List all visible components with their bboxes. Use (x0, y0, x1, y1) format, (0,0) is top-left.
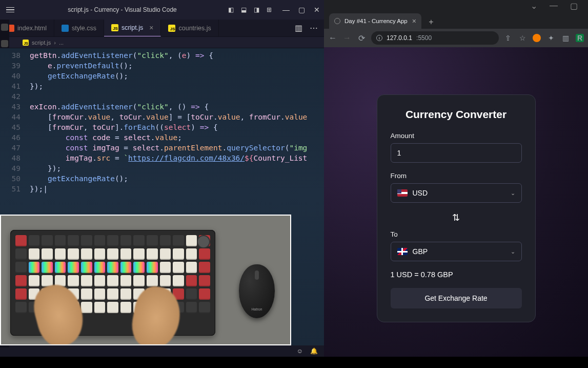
keyboard-key (94, 235, 106, 246)
layout-grid-icon[interactable]: ⊞ (267, 6, 272, 13)
code-line[interactable]: 50 getExchangeRate(); (9, 173, 324, 184)
chevron-right-icon: › (54, 40, 56, 46)
keyboard-key (120, 288, 132, 300)
panel-left-icon[interactable]: ◧ (228, 6, 234, 13)
tab-countries-js[interactable]: JS countries.js (161, 20, 218, 36)
code-line[interactable]: 40 getExchangeRate(); (9, 71, 324, 81)
code-content[interactable]: getBtn.addEventListener("click", (e) => … (30, 50, 213, 61)
panel-right-icon[interactable]: ◨ (254, 6, 259, 13)
keyboard-key (173, 275, 184, 286)
explorer-icon[interactable] (1, 24, 8, 31)
browser-tab-strip: Day #41 - Currency App × + (324, 11, 588, 29)
code-content[interactable]: e.preventDefault(); (30, 61, 133, 71)
amount-label: Amount (391, 132, 522, 140)
code-content[interactable]: const code = select.value; (30, 132, 182, 143)
code-line[interactable]: 45 [fromCur, toCur].forEach((select) => … (9, 122, 324, 132)
keyboard-key (107, 262, 118, 273)
keyboard-key (160, 235, 171, 246)
mouse: Hatron (239, 264, 275, 318)
from-select[interactable]: USD ⌄ (391, 183, 522, 203)
code-line[interactable]: 48 imgTag.src = `https://flagcdn.com/48x… (9, 153, 324, 163)
keyboard-key (55, 262, 66, 273)
window-maximize-icon[interactable]: ▢ (570, 1, 578, 11)
code-content[interactable]: imgTag.src = `https://flagcdn.com/48x36/… (30, 153, 307, 163)
code-line[interactable]: 46 const code = select.value; (9, 132, 324, 143)
share-icon[interactable]: ⇪ (504, 34, 512, 42)
code-line[interactable]: 47 const imgTag = select.parentElement.q… (9, 143, 324, 153)
minimize-icon[interactable]: — (283, 7, 289, 13)
to-select[interactable]: GBP ⌄ (391, 242, 522, 261)
code-content[interactable]: [fromCur.value, toCur.value] = [toCur.va… (30, 112, 307, 122)
feedback-icon[interactable]: ☺ (297, 347, 303, 355)
search-icon[interactable] (1, 40, 8, 47)
code-content[interactable]: getExchangeRate(); (30, 71, 128, 81)
menu-icon[interactable] (6, 5, 16, 15)
panel-icon[interactable]: ▥ (561, 34, 570, 42)
code-content[interactable]: const imgTag = select.parentElement.quer… (30, 143, 307, 153)
code-line[interactable]: 39 e.preventDefault(); (9, 61, 324, 71)
mouse-brand: Hatron (239, 307, 275, 311)
code-content[interactable]: exIcon.addEventListener("click", () => { (30, 102, 209, 112)
code-content[interactable]: getExchangeRate(); (30, 173, 128, 184)
reload-button[interactable]: ⟳ (357, 33, 366, 43)
window-expand-icon[interactable]: ⌄ (531, 1, 537, 11)
amount-input[interactable]: 1 (391, 143, 522, 163)
get-rate-button[interactable]: Get Exchange Rate (391, 288, 522, 308)
close-icon[interactable]: ✕ (314, 7, 320, 13)
profile-avatar[interactable]: R (576, 34, 584, 42)
code-content[interactable]: [fromCur, toCur].forEach((select) => { (30, 122, 218, 132)
more-actions-icon[interactable]: ⋯ (310, 23, 318, 33)
close-tab-icon[interactable]: × (149, 24, 153, 32)
from-value: USD (413, 189, 428, 197)
split-editor-icon[interactable]: ▥ (295, 23, 302, 33)
code-line[interactable]: 51});| (9, 184, 324, 194)
address-bar[interactable]: i 127.0.0.1:5500 (371, 31, 499, 45)
bell-icon[interactable]: 🔔 (310, 347, 318, 355)
keyboard-key (120, 275, 132, 286)
keyboard-key (199, 275, 210, 286)
line-number: 41 (9, 81, 30, 91)
tab-label: script.js (121, 24, 143, 31)
back-button[interactable]: ← (328, 33, 337, 43)
keyboard-key (29, 275, 40, 286)
code-content[interactable]: }); (30, 81, 43, 91)
close-tab-icon[interactable]: × (412, 17, 416, 25)
site-info-icon[interactable]: i (376, 35, 382, 41)
browser-toolbar: ← → ⟳ i 127.0.0.1:5500 ⇪ ☆ ✦ ▥ R (324, 29, 588, 47)
browser-tab[interactable]: Day #41 - Currency App × (329, 13, 421, 29)
tab-title: Day #41 - Currency App (344, 18, 408, 24)
code-line[interactable]: 43exIcon.addEventListener("click", () =>… (9, 102, 324, 112)
code-line[interactable]: 38getBtn.addEventListener("click", (e) =… (9, 50, 324, 61)
code-line[interactable]: 49 }); (9, 163, 324, 173)
keyboard-key (147, 235, 158, 246)
swap-button[interactable]: ⇅ (391, 212, 522, 223)
line-number: 40 (9, 71, 30, 81)
window-minimize-icon[interactable]: — (550, 1, 558, 10)
url-host: 127.0.0.1 (387, 34, 412, 42)
keyboard-key (94, 275, 106, 286)
amount-value: 1 (397, 149, 401, 157)
panel-bottom-icon[interactable]: ⬓ (241, 6, 247, 13)
tab-style-css[interactable]: style.css (54, 20, 104, 36)
code-line[interactable]: 42 (9, 91, 324, 102)
breadcrumb-file: script.js (32, 40, 51, 46)
tab-script-js[interactable]: JS script.js × (104, 20, 161, 36)
maximize-icon[interactable]: ▢ (298, 7, 305, 13)
extensions-puzzle-icon[interactable]: ✦ (547, 34, 555, 42)
forward-button[interactable]: → (342, 33, 352, 43)
keyboard-key (173, 262, 184, 273)
js-icon: JS (168, 25, 175, 32)
extension-icon[interactable] (533, 34, 541, 42)
new-tab-button[interactable]: + (424, 15, 438, 29)
breadcrumb[interactable]: JS script.js › ... (0, 37, 324, 48)
keyboard-key (15, 288, 27, 300)
keyboard-key (133, 262, 145, 273)
keyboard-key (94, 302, 106, 313)
code-content[interactable]: }); (30, 163, 61, 173)
keyboard-key (120, 302, 132, 313)
editor-tabs: index.html style.css JS script.js × JS c… (0, 20, 324, 37)
bookmark-icon[interactable]: ☆ (518, 34, 526, 42)
code-line[interactable]: 41}); (9, 81, 324, 91)
code-content[interactable]: });| (30, 184, 48, 194)
code-line[interactable]: 44 [fromCur.value, toCur.value] = [toCur… (9, 112, 324, 122)
